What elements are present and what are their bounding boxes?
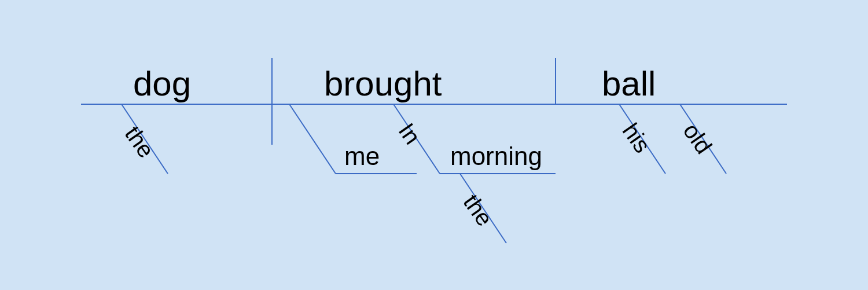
verb-word: brought — [324, 64, 442, 104]
preposition-object: morning — [450, 142, 542, 171]
subject-word: dog — [133, 64, 191, 104]
indirect-object: me — [344, 142, 380, 171]
svg-line-4 — [289, 104, 336, 174]
object-word: ball — [602, 64, 656, 104]
